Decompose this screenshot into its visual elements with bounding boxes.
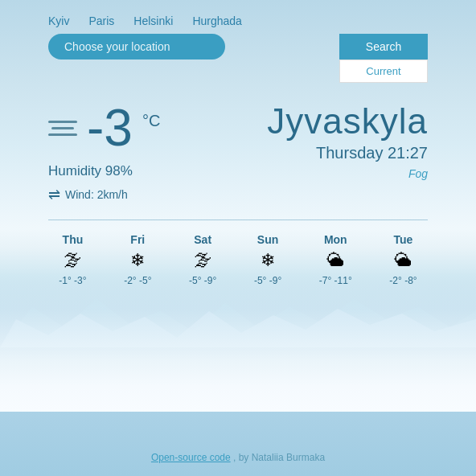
weather-main: -3 °C Humidity 98% ⇌ Wind: 2km/h Jyvasky… [0,89,476,203]
forecast-icon: ❄ [130,249,145,272]
humidity-label: Humidity 98% [48,163,267,179]
nav-link-paris[interactable]: Paris [88,14,114,27]
day-label: Thu [63,233,84,246]
forecast-icon: 🌥 [326,249,344,272]
forecast-row: Thu🌫-1° -3°Fri❄-2° -5°Sat🌫-5° -9°Sun❄-5°… [0,233,476,286]
forecast-day-sat: Sat🌫-5° -9° [189,233,216,286]
day-label: Fri [130,233,145,246]
controls-row: Search Current [0,34,476,83]
forecast-temps: -5° -9° [254,275,281,286]
nav-link-helsinki[interactable]: Helsinki [133,14,173,27]
forecast-icon: 🌫 [64,249,81,272]
forecast-day-sun: Sun❄-5° -9° [254,233,281,286]
footer-suffix: , by Nataliia Burmaka [233,452,325,463]
forecast-day-thu: Thu🌫-1° -3° [59,233,86,286]
day-label: Sat [194,233,211,246]
weather-right: Jyvaskyla Thursday 21:27 Fog [267,102,428,180]
forecast-icon: 🌥 [394,249,412,272]
fog-icon [48,121,77,136]
footer-link[interactable]: Open-source code [151,452,231,463]
forecast-temps: -5° -9° [189,275,216,286]
date-time: Thursday 21:27 [267,144,428,162]
footer: Open-source code , by Nataliia Burmaka [0,452,476,463]
temperature-unit: °C [142,112,160,130]
forecast-icon: ❄ [261,249,275,272]
forecast-temps: -2° -8° [389,275,416,286]
city-name: Jyvaskyla [267,102,428,141]
weather-condition: Fog [267,167,428,180]
forecast-day-mon: Mon🌥-7° -11° [319,233,352,286]
wind-icon: ⇌ [48,186,60,203]
section-divider [48,220,428,220]
nav-link-kyiv[interactable]: Kyiv [48,14,69,27]
temperature-value: -3 [87,102,133,154]
fog-line-2 [51,127,74,129]
search-group: Search Current [339,34,428,83]
current-button[interactable]: Current [339,60,428,83]
forecast-temps: -2° -5° [124,275,151,286]
fog-line-1 [48,121,77,123]
location-input[interactable] [48,34,225,60]
day-label: Sun [257,233,278,246]
top-nav: Kyiv Paris Helsinki Hurghada [0,0,476,34]
weather-icon-temp: -3 °C [48,102,267,154]
day-label: Mon [324,233,347,246]
wind-label: Wind: 2km/h [65,188,128,201]
day-label: Tue [394,233,413,246]
forecast-day-fri: Fri❄-2° -5° [124,233,151,286]
forecast-temps: -7° -11° [319,275,352,286]
forecast-temps: -1° -3° [59,275,86,286]
nav-link-hurghada[interactable]: Hurghada [192,14,242,27]
search-button[interactable]: Search [339,34,428,60]
wind-info: ⇌ Wind: 2km/h [48,186,267,203]
fog-line-3 [48,133,77,136]
forecast-day-tue: Tue🌥-2° -8° [389,233,416,286]
forecast-icon: 🌫 [194,249,211,272]
weather-left: -3 °C Humidity 98% ⇌ Wind: 2km/h [48,102,267,203]
